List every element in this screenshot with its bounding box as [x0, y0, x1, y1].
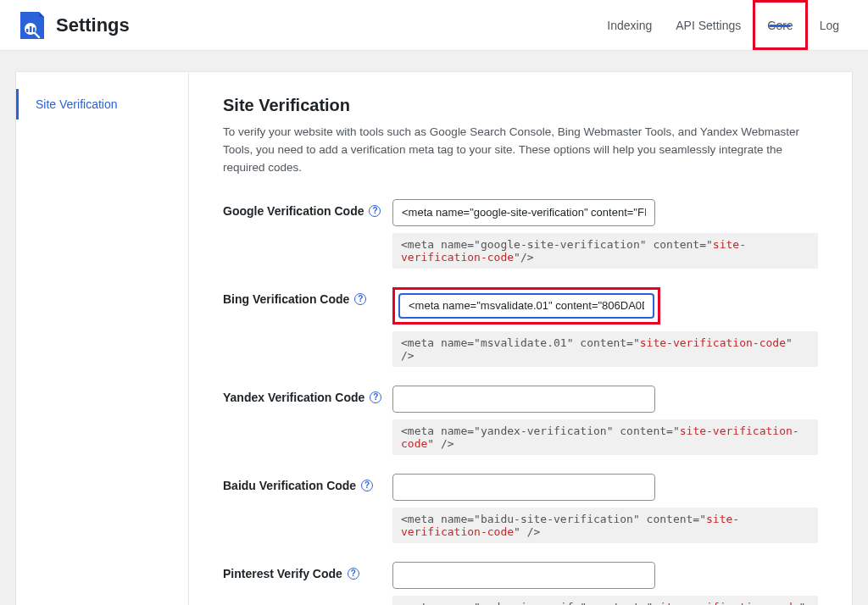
label-pinterest: Pinterest Verify Code ? [223, 562, 392, 580]
help-icon[interactable]: ? [369, 205, 381, 217]
label-baidu: Baidu Verification Code ? [223, 474, 392, 492]
label-pinterest-text: Pinterest Verify Code [223, 567, 342, 580]
hint-code: site-verification-code [653, 601, 798, 605]
svg-rect-3 [33, 27, 35, 32]
label-yandex-text: Yandex Verification Code [223, 391, 364, 404]
hint-suffix: " /> [427, 437, 453, 450]
baidu-verification-input[interactable] [392, 474, 655, 501]
yandex-hint: <meta name="yandex-verification" content… [392, 419, 818, 455]
field-bing: Bing Verification Code ? <meta name="msv… [223, 287, 818, 367]
label-bing: Bing Verification Code ? [223, 287, 392, 306]
hint-prefix: <meta name="google-site-verification" co… [401, 238, 713, 251]
hint-suffix: " /> [514, 525, 540, 538]
help-icon[interactable]: ? [361, 480, 373, 491]
tab-api-settings[interactable]: API Settings [664, 0, 753, 50]
tab-core-highlight: Core [753, 0, 807, 50]
yandex-verification-input[interactable] [392, 386, 655, 413]
tab-log[interactable]: Log [808, 0, 851, 50]
content-area: Site Verification To verify your website… [189, 72, 852, 605]
sidebar-item-site-verification[interactable]: Site Verification [16, 89, 188, 119]
section-description: To verify your website with tools such a… [223, 124, 818, 177]
google-hint: <meta name="google-site-verification" co… [392, 233, 818, 269]
field-yandex: Yandex Verification Code ? <meta name="y… [223, 386, 818, 455]
app-logo-icon [17, 10, 47, 41]
help-icon[interactable]: ? [370, 391, 381, 403]
bing-verification-input[interactable] [398, 293, 654, 319]
google-verification-input[interactable] [392, 199, 655, 226]
baidu-hint: <meta name="baidu-site-verification" con… [392, 508, 818, 543]
hint-prefix: <meta name="p:domain_verify" content=" [401, 601, 653, 605]
hint-suffix: "/> [514, 251, 533, 264]
svg-rect-1 [26, 29, 28, 32]
label-google: Google Verification Code ? [223, 199, 392, 218]
field-baidu: Baidu Verification Code ? <meta name="ba… [223, 474, 818, 543]
svg-rect-2 [30, 26, 31, 32]
label-baidu-text: Baidu Verification Code [223, 479, 356, 492]
tab-core[interactable]: Core [767, 19, 793, 32]
logo: Settings [17, 10, 130, 41]
header-tabs: Indexing API Settings Core Log [595, 0, 851, 50]
settings-card: Site Verification Site Verification To v… [15, 71, 853, 605]
sidebar: Site Verification [16, 72, 189, 605]
label-yandex: Yandex Verification Code ? [223, 386, 392, 404]
hint-prefix: <meta name="msvalidate.01" content=" [401, 336, 640, 349]
hint-prefix: <meta name="yandex-verification" content… [401, 425, 680, 437]
help-icon[interactable]: ? [348, 568, 359, 580]
label-google-text: Google Verification Code [223, 204, 364, 218]
label-bing-text: Bing Verification Code [223, 292, 349, 306]
hint-prefix: <meta name="baidu-site-verification" con… [401, 513, 706, 525]
field-pinterest: Pinterest Verify Code ? <meta name="p:do… [223, 562, 818, 605]
bing-input-highlight [392, 287, 660, 325]
section-title: Site Verification [223, 96, 818, 115]
topbar: Settings Indexing API Settings Core Log [0, 0, 868, 51]
page-title: Settings [56, 14, 130, 36]
hint-code: site-verification-code [640, 336, 786, 349]
pinterest-verification-input[interactable] [392, 562, 655, 589]
field-google: Google Verification Code ? <meta name="g… [223, 199, 818, 269]
help-icon[interactable]: ? [354, 293, 366, 305]
pinterest-hint: <meta name="p:domain_verify" content="si… [392, 596, 818, 605]
tab-indexing[interactable]: Indexing [595, 0, 664, 50]
bing-hint: <meta name="msvalidate.01" content="site… [392, 331, 818, 367]
